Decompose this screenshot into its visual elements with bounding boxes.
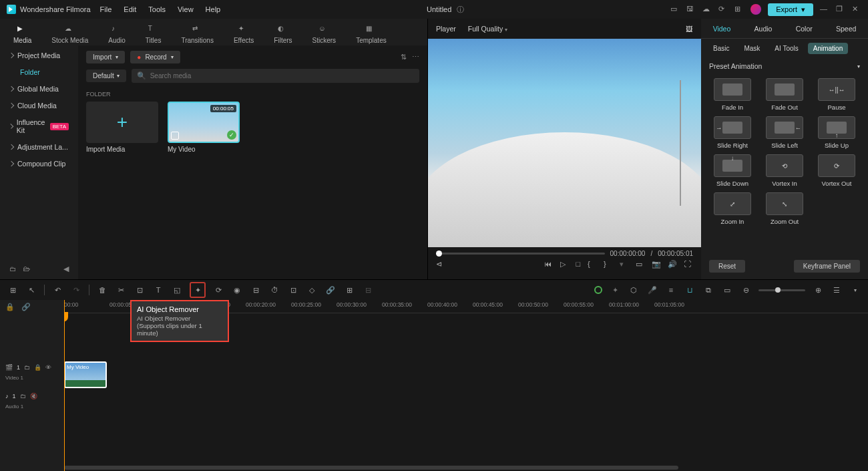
- export-button[interactable]: Export▾: [768, 3, 813, 16]
- tl-track-icon[interactable]: ⊡: [287, 284, 299, 296]
- tl-render-icon[interactable]: [594, 286, 602, 294]
- apps-icon[interactable]: ⊞: [734, 5, 744, 14]
- folder-add-icon[interactable]: 🗀: [9, 265, 17, 273]
- tl-redo-icon[interactable]: ↷: [70, 284, 82, 296]
- snapshot-icon[interactable]: 🖼: [686, 25, 693, 33]
- tl-crop2-icon[interactable]: ◱: [171, 284, 183, 296]
- anim-vortex-out[interactable]: ⟳Vortex Out: [813, 154, 860, 187]
- info-icon[interactable]: ⓘ: [457, 5, 464, 15]
- sidebar-cloud-media[interactable]: Cloud Media: [5, 98, 73, 113]
- eye-icon[interactable]: 👁: [45, 364, 51, 371]
- subtab-basic[interactable]: Basic: [708, 43, 734, 54]
- tab-stock[interactable]: ☁Stock Media: [51, 25, 88, 45]
- tl-link2-icon[interactable]: ⧉: [702, 284, 714, 296]
- tl-crop-icon[interactable]: ⊡: [134, 284, 146, 296]
- anim-pause[interactable]: ↔||↔Pause: [813, 78, 860, 111]
- tl-ai-object-remover-icon[interactable]: ✦: [190, 282, 206, 298]
- anim-zoom-in[interactable]: ⤢Zoom In: [709, 192, 756, 225]
- tl-ungroup-icon[interactable]: ⊟: [362, 284, 374, 296]
- step-back-icon[interactable]: ⏮: [544, 260, 554, 269]
- import-button[interactable]: Import▾: [86, 51, 125, 63]
- tl-zoomout-icon[interactable]: ⊖: [740, 284, 752, 296]
- folder-icon[interactable]: 🗁: [23, 265, 31, 273]
- folder-icon[interactable]: 🗀: [20, 393, 26, 400]
- collapse-icon[interactable]: ◀: [63, 265, 69, 273]
- tl-delete-icon[interactable]: 🗑: [96, 284, 108, 296]
- subtab-aitools[interactable]: AI Tools: [769, 43, 803, 54]
- mute-icon[interactable]: 🔇: [30, 393, 37, 400]
- tab-effects[interactable]: ✦Effects: [234, 25, 254, 45]
- quality-select[interactable]: Full Quality ▾: [468, 25, 507, 33]
- tab-templates[interactable]: ▦Templates: [356, 25, 387, 45]
- anim-slide-up[interactable]: ↑Slide Up: [813, 116, 860, 149]
- preview-viewport[interactable]: [428, 39, 701, 247]
- timeline-scrollbar[interactable]: [64, 466, 678, 470]
- folder-icon[interactable]: 🗀: [24, 364, 30, 371]
- save-icon[interactable]: 🖫: [686, 5, 696, 14]
- tab-transitions[interactable]: ⇄Transitions: [181, 25, 214, 45]
- menu-help[interactable]: Help: [206, 5, 221, 13]
- tl-mixer-icon[interactable]: ≡: [665, 284, 677, 296]
- tl-settings-icon[interactable]: ✦: [609, 284, 621, 296]
- tl-cursor-icon[interactable]: ↖: [25, 284, 37, 296]
- progress-bar[interactable]: [436, 253, 605, 255]
- sidebar-global-media[interactable]: Global Media: [5, 82, 73, 96]
- tl-more-icon[interactable]: ▾: [849, 284, 861, 296]
- tl-list-icon[interactable]: ☰: [831, 284, 843, 296]
- tl-adjust-icon[interactable]: ⊟: [250, 284, 262, 296]
- user-avatar[interactable]: [750, 4, 761, 15]
- tl-timer-icon[interactable]: ⏱: [268, 284, 280, 296]
- camera-icon[interactable]: 📷: [652, 260, 661, 269]
- tl-color-icon[interactable]: ◉: [231, 284, 243, 296]
- prev-frame-icon[interactable]: ⊲: [436, 260, 445, 269]
- menu-tools[interactable]: Tools: [148, 5, 166, 13]
- prop-tab-speed[interactable]: Speed: [831, 22, 861, 35]
- lock-icon[interactable]: 🔒: [34, 364, 41, 371]
- menu-file[interactable]: File: [100, 5, 112, 13]
- menu-view[interactable]: View: [178, 5, 194, 13]
- anim-fade-out[interactable]: Fade Out: [761, 78, 808, 111]
- menu-edit[interactable]: Edit: [124, 5, 136, 13]
- volume-icon[interactable]: 🔊: [668, 260, 677, 269]
- tl-speed-icon[interactable]: ⟳: [212, 284, 224, 296]
- reset-button[interactable]: Reset: [709, 260, 745, 273]
- sort-icon[interactable]: ⇅: [401, 53, 407, 61]
- fullscreen-icon[interactable]: ⛶: [684, 260, 693, 269]
- subtab-animation[interactable]: Animation: [808, 43, 848, 54]
- stop-icon[interactable]: □: [576, 260, 586, 269]
- anim-zoom-out[interactable]: ⤡Zoom Out: [761, 192, 808, 225]
- video-track-header[interactable]: 🎬1 🗀 🔒 👁: [0, 360, 64, 375]
- tl-grid-icon[interactable]: ⊞: [7, 284, 19, 296]
- close-icon[interactable]: ✕: [852, 5, 861, 14]
- record-button[interactable]: ●Record▾: [130, 51, 180, 63]
- sidebar-compound[interactable]: Compound Clip: [5, 156, 73, 171]
- tl-undo-icon[interactable]: ↶: [51, 284, 63, 296]
- sidebar-project-media[interactable]: Project Media: [5, 48, 73, 63]
- tl-zoomin-icon[interactable]: ⊕: [812, 284, 824, 296]
- anim-slide-right[interactable]: →Slide Right: [709, 116, 756, 149]
- cloud-icon[interactable]: ☁: [702, 5, 712, 14]
- tl-link-icon[interactable]: 🔗: [324, 284, 337, 296]
- maximize-icon[interactable]: ❐: [836, 5, 845, 14]
- thumb-video[interactable]: 00:00:05 ✓ My Video: [168, 102, 240, 153]
- thumb-import[interactable]: + Import Media: [86, 102, 158, 153]
- tl-lock-icon[interactable]: 🔒: [5, 303, 15, 311]
- minimize-icon[interactable]: —: [820, 5, 829, 14]
- sidebar-folder[interactable]: Folder: [5, 65, 73, 80]
- tab-audio[interactable]: ♪Audio: [108, 25, 126, 45]
- playhead[interactable]: [64, 300, 65, 471]
- keyframe-panel-button[interactable]: Keyframe Panel: [794, 260, 860, 273]
- tab-filters[interactable]: ◐Filters: [274, 25, 292, 45]
- tl-group-icon[interactable]: ⊞: [343, 284, 355, 296]
- video-clip[interactable]: My Video: [64, 361, 107, 388]
- tab-titles[interactable]: TTitles: [146, 25, 162, 45]
- tl-mic-icon[interactable]: 🎤: [646, 284, 658, 296]
- brace-left-icon[interactable]: {: [588, 260, 597, 269]
- zoom-slider[interactable]: [758, 289, 805, 291]
- tl-text-icon[interactable]: T: [152, 284, 164, 296]
- sync-icon[interactable]: ⟳: [718, 5, 728, 14]
- brace-right-icon[interactable]: }: [604, 260, 613, 269]
- sidebar-influence-kit[interactable]: Influence KitBETA: [5, 115, 73, 138]
- marker-icon[interactable]: ▾: [620, 260, 629, 269]
- subtab-mask[interactable]: Mask: [738, 43, 765, 54]
